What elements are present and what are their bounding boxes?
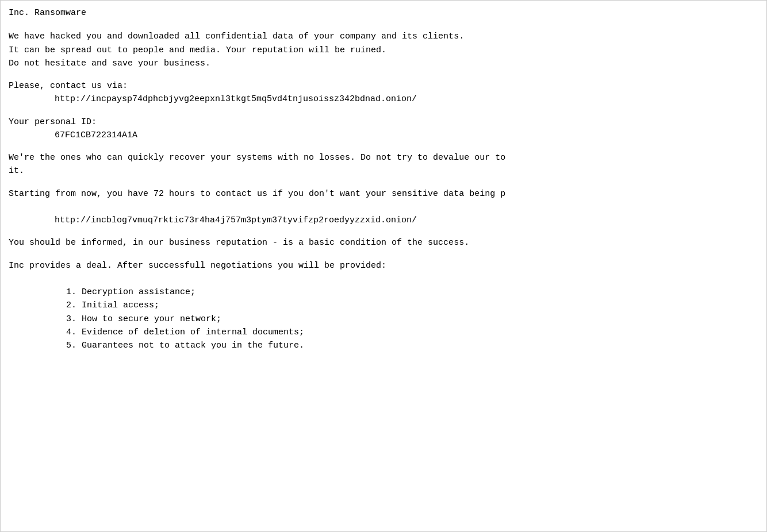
list-item-5: 5. Guarantees not to attack you in the f… [66,339,758,352]
title-text: Inc. Ransomware [9,8,86,18]
recovery-section: We're the ones who can quickly recover y… [9,151,758,178]
intro-line2: It can be spread out to people and media… [9,44,758,57]
list-item-2: 2. Initial access; [66,299,758,312]
deal-section: Inc provides a deal. After successfull n… [9,259,758,353]
list-item-3: 3. How to secure your network; [66,313,758,326]
deal-label: Inc provides a deal. After successfull n… [9,259,758,272]
list-item-1: 1. Decryption assistance; [66,286,758,299]
intro-line1: We have hacked you and downloaded all co… [9,30,758,43]
contact-url: http://incpaysp74dphcbjyvg2eepxnl3tkgt5m… [55,92,758,106]
intro-line3: Do not hesitate and save your business. [9,57,758,70]
personal-id-label: Your personal ID: [9,115,758,129]
hours-section: Starting from now, you have 72 hours to … [9,187,758,228]
blog-url: http://incblog7vmuq7rktic73r4ha4j757m3pt… [55,214,758,227]
title: Inc. Ransomware [9,6,758,20]
contact-label: Please, contact us via: [9,79,758,92]
personal-id-section: Your personal ID: 67FC1CB722314A1A [9,115,758,142]
recovery-line2: it. [9,164,758,178]
recovery-line1: We're the ones who can quickly recover y… [9,151,758,164]
reputation-text: You should be informed, in our business … [9,236,758,249]
ransom-note-container: Inc. Ransomware We have hacked you and d… [0,0,767,532]
list-item-4: 4. Evidence of deletion of internal docu… [66,326,758,339]
personal-id-value: 67FC1CB722314A1A [55,129,758,142]
contact-section: Please, contact us via: http://incpaysp7… [9,79,758,106]
intro-section: We have hacked you and downloaded all co… [9,30,758,70]
hours-text: Starting from now, you have 72 hours to … [9,187,758,201]
reputation-section: You should be informed, in our business … [9,236,758,249]
